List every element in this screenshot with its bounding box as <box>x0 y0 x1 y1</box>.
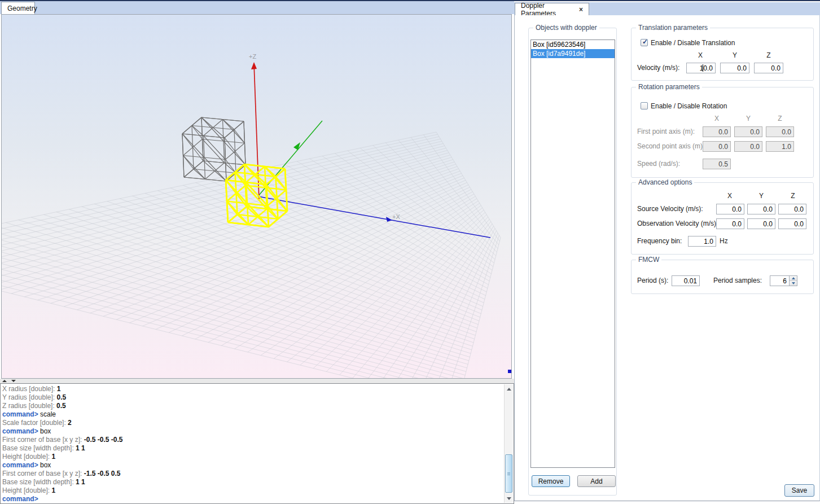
viewport-console-splitter[interactable] <box>0 379 514 383</box>
objects-with-doppler-group: Objects with doppler Box [id59623546] Bo… <box>528 28 617 496</box>
add-button[interactable]: Add <box>577 475 616 487</box>
second-point-axis-label: Second point axis (m): <box>637 142 704 150</box>
objects-group-title: Objects with doppler <box>533 24 599 32</box>
first-point-x-field: 0.0 <box>703 126 731 137</box>
frequency-bin-unit: Hz <box>720 237 728 245</box>
enable-translation-label: Enable / Disable Translation <box>651 39 735 47</box>
doppler-pane: Doppler Parameters × Objects with dopple… <box>514 2 820 504</box>
speed-label: Speed (rad/s): <box>637 160 680 168</box>
enable-rotation-checkbox[interactable] <box>641 102 648 109</box>
check-icon: ✓ <box>642 38 648 46</box>
left-tab-bar: Geometry <box>0 1 514 14</box>
fmcw-group: FMCW Period (s): 0.01 Period samples: 6 <box>631 260 814 294</box>
rotation-group-title: Rotation parameters <box>636 83 702 91</box>
translation-parameters-group: Translation parameters ✓ Enable / Disabl… <box>631 28 814 81</box>
col-header-z: Z <box>787 192 799 200</box>
first-point-y-field: 0.0 <box>734 126 762 137</box>
translation-group-title: Translation parameters <box>636 24 710 32</box>
save-button[interactable]: Save <box>784 484 814 497</box>
enable-translation-checkbox[interactable]: ✓ <box>641 39 648 46</box>
col-header-x: X <box>695 51 706 59</box>
tab-doppler-parameters[interactable]: Doppler Parameters × <box>515 3 589 15</box>
observation-velocity-label: Observation Velocity (m/s): <box>637 220 718 227</box>
source-velocity-z-field[interactable]: 0.0 <box>778 204 806 214</box>
console-scrollbar[interactable] <box>504 384 513 503</box>
right-tab-bar: Doppler Parameters × <box>514 2 820 15</box>
source-velocity-x-field[interactable]: 0.0 <box>716 204 744 214</box>
console-line: Height [double]: 1 <box>2 487 502 495</box>
period-field[interactable]: 0.01 <box>672 275 700 286</box>
observation-velocity-y-field[interactable]: 0.0 <box>747 218 775 229</box>
console-line: Scale factor [double]: 2 <box>2 419 502 427</box>
observation-velocity-x-field[interactable]: 0.0 <box>716 218 744 229</box>
period-samples-value[interactable]: 6 <box>770 275 789 286</box>
console-line: Y radius [double]: 0.5 <box>2 393 502 402</box>
3d-viewport[interactable]: +Z +X <box>1 14 512 379</box>
frequency-bin-label: Frequency bin: <box>637 237 682 245</box>
geometry-pane: Geometry +Z +X X radius [double]: 1 Y ra… <box>0 1 514 504</box>
second-point-z-field: 1.0 <box>766 141 794 152</box>
velocity-z-field[interactable]: 0.0 <box>754 63 783 73</box>
velocity-y-field[interactable]: 0.0 <box>720 63 749 73</box>
console-line: command> box <box>2 461 502 470</box>
col-header-y: Y <box>756 192 767 200</box>
console-line: command> <box>2 495 502 503</box>
console-line: First corner of base [x y z]: -1.5 -0.5 … <box>2 470 502 478</box>
axis-label-z: +Z <box>249 53 256 60</box>
console-line: command> box <box>2 427 502 436</box>
rotation-parameters-group: Rotation parameters Enable / Disable Rot… <box>631 87 814 178</box>
console-line: Z radius [double]: 0.5 <box>2 402 502 410</box>
console-line: Base size [width depth]: 1 1 <box>2 444 502 453</box>
period-samples-spinner[interactable]: 6 <box>770 275 797 286</box>
list-item[interactable]: Box [id59623546] <box>531 40 615 49</box>
col-header-y: Y <box>743 115 754 122</box>
doppler-parameters-panel: Objects with doppler Box [id59623546] Bo… <box>514 15 820 501</box>
second-point-y-field: 0.0 <box>734 141 762 152</box>
col-header-z: Z <box>763 51 774 59</box>
command-console[interactable]: X radius [double]: 1 Y radius [double]: … <box>0 383 514 504</box>
spinner-down-icon[interactable] <box>790 281 797 286</box>
col-header-y: Y <box>729 51 740 59</box>
scrollbar-down-icon[interactable] <box>505 494 513 503</box>
period-label: Period (s): <box>637 277 668 284</box>
spinner-up-icon[interactable] <box>790 276 797 281</box>
velocity-x-field[interactable]: 10.0 <box>686 63 716 73</box>
scrollbar-thumb[interactable] <box>505 454 512 493</box>
advanced-options-group: Advanced options X Y Z Source Velocity (… <box>631 182 814 255</box>
source-velocity-label: Source Velocity (m/s): <box>637 205 703 213</box>
console-line: X radius [double]: 1 <box>2 385 502 393</box>
axis-label-x: +X <box>392 213 400 220</box>
velocity-label: Velocity (m/s): <box>637 64 679 72</box>
text-caret <box>703 64 703 72</box>
splitter-collapse-down-icon[interactable] <box>11 380 16 382</box>
3d-scene-canvas <box>2 15 511 378</box>
tab-geometry[interactable]: Geometry <box>1 2 35 14</box>
viewport-corner-marker <box>508 370 511 373</box>
observation-velocity-z-field[interactable]: 0.0 <box>778 218 806 229</box>
scrollbar-up-icon[interactable] <box>505 384 513 393</box>
console-line: Base size [width depth]: 1 1 <box>2 478 502 487</box>
col-header-x: X <box>711 115 722 122</box>
spinner-buttons <box>789 275 797 286</box>
objects-list[interactable]: Box [id59623546] Box [id7a9491de] <box>530 40 615 468</box>
frequency-bin-field[interactable]: 1.0 <box>688 236 716 247</box>
fmcw-group-title: FMCW <box>636 256 661 264</box>
period-samples-label: Period samples: <box>713 277 762 284</box>
console-output: X radius [double]: 1 Y radius [double]: … <box>2 385 502 503</box>
splitter-collapse-up-icon[interactable] <box>2 380 7 382</box>
second-point-x-field: 0.0 <box>703 141 731 152</box>
col-header-z: Z <box>774 115 786 122</box>
console-line: Height [double]: 1 <box>2 453 502 461</box>
close-icon[interactable]: × <box>579 6 583 14</box>
tab-geometry-label: Geometry <box>7 5 37 12</box>
enable-rotation-label: Enable / Disable Rotation <box>651 102 727 110</box>
console-line: command> scale <box>2 410 502 419</box>
source-velocity-y-field[interactable]: 0.0 <box>747 204 775 214</box>
speed-field: 0.5 <box>703 159 731 169</box>
list-item[interactable]: Box [id7a9491de] <box>531 49 615 58</box>
remove-button[interactable]: Remove <box>532 475 570 487</box>
first-point-axis-label: First point axis (m): <box>637 128 695 135</box>
first-point-z-field: 0.0 <box>766 126 794 137</box>
col-header-x: X <box>724 192 735 200</box>
advanced-group-title: Advanced options <box>636 178 694 186</box>
